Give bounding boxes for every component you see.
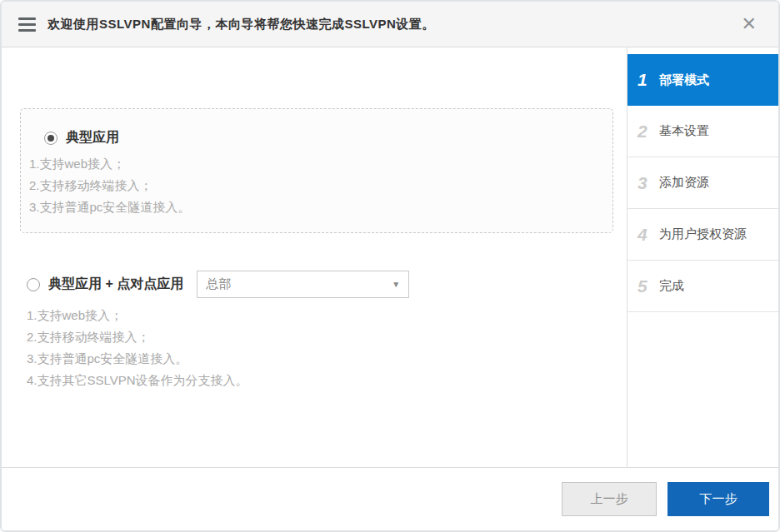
wizard-steps-sidebar: 1 部署模式 2 基本设置 3 添加资源 4 为用户授权资源 5 完成	[627, 47, 778, 467]
step-basic-settings[interactable]: 2 基本设置	[628, 106, 778, 157]
feature-line: 2.支持移动终端接入；	[27, 326, 460, 348]
wizard-header: 欢迎使用SSLVPN配置向导，本向导将帮您快速完成SSLVPN设置。 ✕	[2, 2, 778, 47]
step-number: 1	[638, 70, 659, 90]
feature-line: 2.支持移动终端接入；	[29, 175, 604, 196]
sslvpn-wizard-dialog: 欢迎使用SSLVPN配置向导，本向导将帮您快速完成SSLVPN设置。 ✕ 典型应…	[0, 0, 780, 532]
option-typical-label: 典型应用	[66, 129, 119, 147]
feature-line: 1.支持web接入；	[27, 305, 460, 326]
option-p2p-block: 典型应用 + 点对点应用 总部 ▼ 1.支持web接入； 2.支持移动终端接入；…	[27, 271, 460, 391]
step-number: 4	[638, 225, 659, 245]
step-number: 3	[638, 173, 659, 193]
step-label: 完成	[659, 278, 684, 294]
menu-bar	[18, 29, 36, 32]
radio-p2p-unselected[interactable]	[27, 278, 40, 291]
option-p2p-features: 1.支持web接入； 2.支持移动终端接入； 3.支持普通pc安全隧道接入。 4…	[27, 305, 460, 391]
wizard-footer: 上一步 下一步	[2, 467, 778, 530]
option-typical-radio-row[interactable]: 典型应用	[29, 129, 604, 147]
feature-line: 4.支持其它SSLVPN设备作为分支接入。	[27, 370, 460, 391]
option-p2p-label: 典型应用 + 点对点应用	[48, 276, 183, 293]
step-label: 基本设置	[659, 123, 709, 139]
radio-typical-selected[interactable]	[44, 132, 58, 145]
step-finish[interactable]: 5 完成	[628, 261, 778, 312]
step-add-resources[interactable]: 3 添加资源	[628, 157, 778, 209]
step-authorize-resources[interactable]: 4 为用户授权资源	[628, 209, 778, 261]
close-icon[interactable]: ✕	[742, 15, 757, 33]
option-typical-features: 1.支持web接入； 2.支持移动终端接入； 3.支持普通pc安全隧道接入。	[29, 153, 604, 218]
menu-bar	[18, 23, 36, 26]
menu-icon[interactable]	[18, 17, 36, 32]
feature-line: 1.支持web接入；	[29, 153, 604, 175]
step-label: 为用户授权资源	[659, 226, 747, 242]
chevron-down-icon: ▼	[392, 280, 400, 289]
headquarters-dropdown[interactable]: 总部 ▼	[197, 271, 409, 298]
step-label: 添加资源	[659, 175, 709, 191]
step-deployment-mode[interactable]: 1 部署模式	[628, 54, 778, 106]
wizard-title: 欢迎使用SSLVPN配置向导，本向导将帮您快速完成SSLVPN设置。	[48, 17, 435, 32]
deployment-mode-panel: 典型应用 1.支持web接入； 2.支持移动终端接入； 3.支持普通pc安全隧道…	[2, 47, 627, 467]
option-typical-box: 典型应用 1.支持web接入； 2.支持移动终端接入； 3.支持普通pc安全隧道…	[20, 108, 613, 233]
menu-bar	[18, 17, 36, 20]
previous-step-button[interactable]: 上一步	[562, 482, 657, 516]
step-number: 2	[638, 122, 659, 142]
step-label: 部署模式	[659, 72, 709, 88]
wizard-body: 典型应用 1.支持web接入； 2.支持移动终端接入； 3.支持普通pc安全隧道…	[2, 47, 778, 467]
feature-line: 3.支持普通pc安全隧道接入。	[27, 348, 460, 370]
step-number: 5	[638, 276, 659, 296]
feature-line: 3.支持普通pc安全隧道接入。	[29, 196, 604, 218]
next-step-button[interactable]: 下一步	[668, 482, 769, 516]
option-p2p-radio-row[interactable]: 典型应用 + 点对点应用 总部 ▼	[27, 271, 460, 298]
dropdown-selected-value: 总部	[206, 276, 392, 292]
